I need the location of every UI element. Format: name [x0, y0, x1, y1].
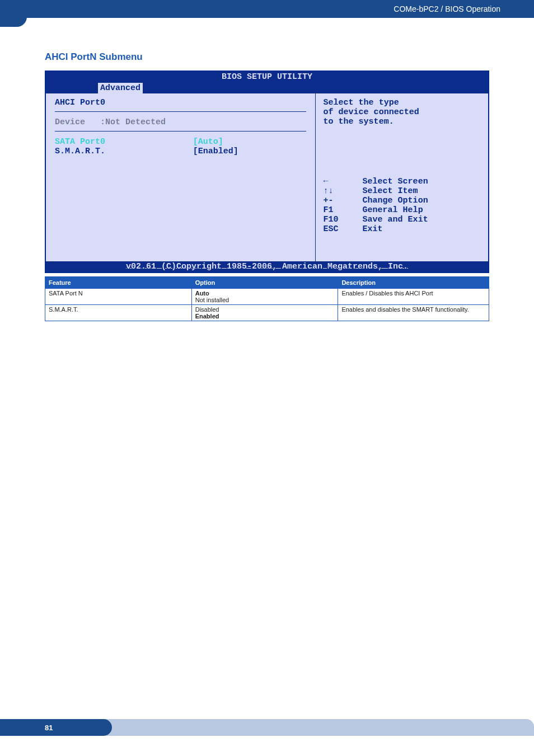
nav-key: F10	[324, 215, 349, 224]
nav-label: Select Screen	[363, 177, 428, 186]
nav-key: +-	[324, 196, 349, 205]
nav-help-block: ←Select Screen ↑↓Select Item +-Change Op…	[324, 177, 480, 234]
nav-exit: ESCExit	[324, 224, 480, 234]
smart-value: [Enabled]	[193, 147, 306, 156]
nav-label: Exit	[363, 224, 383, 234]
sata-port-label: SATA Port0	[55, 137, 193, 147]
nav-label: Save and Exit	[363, 215, 428, 224]
smart-label: S.M.A.R.T.	[55, 147, 193, 156]
feature-table: Feature Option Description SATA Port N A…	[45, 276, 489, 321]
col-feature: Feature	[45, 277, 192, 289]
help-line-1: Select the type	[324, 98, 480, 107]
nav-general-help: F1General Help	[324, 205, 480, 215]
nav-key: ←	[324, 177, 349, 186]
content: AHCI PortN Submenu BIOS SETUP UTILITY Ad…	[0, 18, 534, 321]
bios-copyright: v02.61 (C)Copyright 1985-2006, American …	[46, 261, 488, 272]
device-label: Device	[55, 118, 85, 127]
device-value: :Not Detected	[100, 118, 166, 127]
nav-key: ESC	[324, 224, 349, 234]
opt-bold: Auto	[195, 290, 209, 297]
divider-2	[55, 131, 306, 132]
bios-title-bar: BIOS SETUP UTILITY	[46, 72, 488, 83]
nav-key: ↑↓	[324, 186, 349, 196]
breadcrumb: COMe-bPC2 / BIOS Operation	[394, 4, 500, 13]
cell-description: Enables and disables the SMART functiona…	[338, 305, 489, 321]
col-option: Option	[191, 277, 338, 289]
cell-option: Disabled Enabled	[191, 305, 338, 321]
bios-screenshot: BIOS SETUP UTILITY Advanced AHCI Port0 D…	[45, 71, 489, 273]
smart-row[interactable]: S.M.A.R.T. [Enabled]	[55, 147, 306, 156]
nav-label: Change Option	[363, 196, 428, 205]
table-row: SATA Port N Auto Not installed Enables /…	[45, 289, 489, 305]
bios-left-pane: AHCI Port0 Device :Not Detected SATA Por…	[46, 93, 316, 261]
table-header-row: Feature Option Description	[45, 277, 489, 289]
sata-port-value: [Auto]	[193, 137, 306, 147]
cell-feature: S.M.A.R.T.	[45, 305, 192, 321]
bios-tab-row: Advanced	[46, 83, 488, 93]
nav-label: Select Item	[363, 186, 418, 196]
page-footer: 81	[0, 719, 534, 736]
opt-plain: Not installed	[195, 297, 229, 303]
nav-key: F1	[324, 205, 349, 215]
device-row: Device :Not Detected	[55, 118, 306, 127]
page-header: COMe-bPC2 / BIOS Operation	[0, 0, 534, 18]
cell-feature: SATA Port N	[45, 289, 192, 305]
bios-right-pane: Select the type of device connected to t…	[316, 93, 488, 261]
cell-option: Auto Not installed	[191, 289, 338, 305]
copyright-text: v02.61 (C)Copyright 1985-2006, American …	[126, 262, 408, 271]
nav-change-option: +-Change Option	[324, 196, 480, 205]
opt-bold: Enabled	[195, 313, 219, 320]
help-line-2: of device connected	[324, 107, 480, 117]
help-line-3: to the system.	[324, 117, 480, 126]
opt-plain: Disabled	[195, 306, 219, 313]
nav-save-exit: F10Save and Exit	[324, 215, 480, 224]
bios-body: AHCI Port0 Device :Not Detected SATA Por…	[46, 93, 488, 261]
tab-advanced[interactable]: Advanced	[98, 83, 143, 93]
section-title: AHCI PortN Submenu	[45, 51, 489, 63]
ahci-port-title: AHCI Port0	[55, 98, 306, 107]
nav-select-item: ↑↓Select Item	[324, 186, 480, 196]
col-description: Description	[338, 277, 489, 289]
nav-label: General Help	[363, 205, 423, 215]
table-row: S.M.A.R.T. Disabled Enabled Enables and …	[45, 305, 489, 321]
page-number: 81	[0, 719, 112, 736]
nav-select-screen: ←Select Screen	[324, 177, 480, 186]
cell-description: Enables / Disables this AHCI Port	[338, 289, 489, 305]
divider	[55, 111, 306, 112]
sata-port-row[interactable]: SATA Port0 [Auto]	[55, 137, 306, 147]
